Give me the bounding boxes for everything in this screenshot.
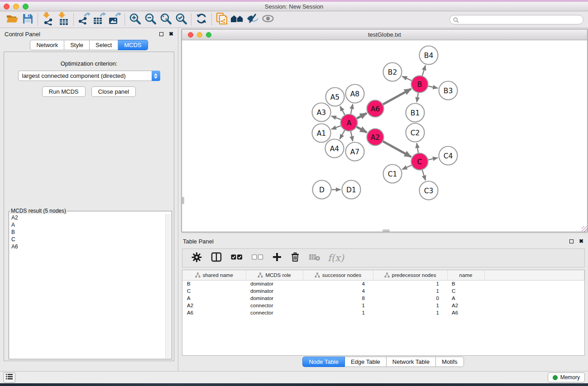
graph-node-A5[interactable]: A5 (326, 88, 344, 106)
table-row[interactable]: Bdominator41B (182, 280, 584, 287)
graph-node-A7[interactable]: A7 (346, 143, 364, 161)
tab-style[interactable]: Style (64, 40, 90, 50)
graph-edge-A-A5[interactable] (340, 106, 344, 115)
table-cell[interactable]: A2 (447, 302, 484, 309)
table-cell[interactable]: 1 (373, 302, 447, 309)
table-cell[interactable]: A (447, 295, 484, 302)
task-history-button[interactable] (3, 372, 15, 383)
table-cell[interactable]: B (447, 280, 484, 287)
criterion-dropdown[interactable]: largest connected component (directed) (18, 71, 160, 81)
show-all-button[interactable] (260, 13, 276, 26)
tab-select[interactable]: Select (90, 40, 118, 50)
table-cell[interactable]: dominator (246, 295, 303, 302)
graph-edge-B-B3[interactable] (428, 86, 438, 88)
network-zoom-button[interactable] (206, 32, 211, 38)
memory-button[interactable]: Memory (548, 372, 585, 382)
export-image-button[interactable] (107, 13, 122, 26)
graph-edge-A-A6[interactable] (357, 113, 367, 119)
table-cell[interactable]: dominator (246, 287, 303, 295)
table-cell[interactable]: 4 (303, 280, 373, 287)
network-canvas[interactable]: B4B2BB3B1A5A8A6A3AA1C2A4A7A2CC4C1C3DD1 (182, 40, 587, 232)
graph-node-B3[interactable]: B3 (439, 81, 458, 100)
save-session-button[interactable] (20, 13, 35, 26)
table-cell[interactable]: connector (246, 302, 303, 309)
zoom-selected-button[interactable] (173, 13, 189, 26)
graph-node-A4[interactable]: A4 (325, 139, 344, 158)
graph-edge-C-C4[interactable] (428, 158, 438, 160)
graph-node-A[interactable]: A (341, 114, 358, 131)
mcds-result-item[interactable]: A2 (10, 214, 165, 221)
mcds-result-item[interactable]: A (10, 221, 165, 229)
network-vertical-scrollbar[interactable] (182, 197, 184, 204)
deselect-all-columns-button[interactable] (252, 254, 263, 262)
graph-edge-B-B2[interactable] (402, 76, 411, 81)
graph-node-D[interactable]: D (313, 181, 331, 199)
tab-edge-table[interactable]: Edge Table (345, 357, 387, 367)
run-mcds-button[interactable]: Run MCDS (42, 86, 86, 97)
tab-network-table[interactable]: Network Table (387, 357, 436, 367)
graph-node-C2[interactable]: C2 (406, 124, 425, 142)
column-header-name[interactable]: name (447, 270, 484, 280)
table-cell[interactable]: 1 (303, 302, 373, 309)
table-row[interactable]: Adominator80A (182, 295, 584, 302)
graph-node-A8[interactable]: A8 (346, 85, 364, 103)
graph-edge-A6-B[interactable] (383, 89, 411, 104)
float-table-panel-icon[interactable] (569, 239, 574, 243)
graph-edge-C-C2[interactable] (417, 143, 418, 153)
mcds-result-item[interactable]: B (10, 229, 165, 236)
import-network-button[interactable] (40, 13, 56, 26)
network-minimize-button[interactable] (197, 32, 202, 38)
graph-edge-A-A3[interactable] (331, 116, 341, 119)
graph-node-A1[interactable]: A1 (312, 124, 331, 143)
column-header-mcds-role[interactable]: MCDS role (246, 270, 303, 280)
graph-edge-A-A2[interactable] (357, 127, 367, 132)
table-cell[interactable]: 0 (373, 295, 447, 302)
graph-node-C3[interactable]: C3 (420, 181, 438, 200)
graph-node-B4[interactable]: B4 (420, 46, 438, 65)
tab-node-table[interactable]: Node Table (302, 357, 345, 367)
table-cell[interactable]: connector (246, 309, 303, 316)
table-cell[interactable]: C (182, 287, 246, 295)
float-panel-icon[interactable] (159, 32, 163, 36)
export-network-button[interactable] (76, 13, 91, 26)
graph-node-A6[interactable]: A6 (367, 100, 384, 117)
graph-edge-B-B1[interactable] (417, 93, 418, 102)
zoom-in-button[interactable] (127, 13, 143, 26)
table-cell[interactable]: C (447, 287, 484, 295)
tab-mcds[interactable]: MCDS (118, 40, 148, 50)
graph-edge-C-C1[interactable] (402, 165, 411, 169)
table-row[interactable]: A2connector11A2 (182, 302, 584, 309)
table-row[interactable]: Cdominator41C (182, 287, 584, 295)
mcds-result-scrollbar[interactable] (165, 214, 171, 358)
table-cell[interactable]: 1 (373, 287, 447, 295)
hide-selected-button[interactable] (245, 13, 260, 26)
table-cell[interactable]: 4 (303, 287, 373, 295)
refresh-layout-button[interactable] (194, 13, 209, 26)
graph-edge-A-A7[interactable] (351, 131, 353, 141)
duplicate-network-button[interactable] (214, 13, 229, 26)
graph-edge-A-A4[interactable] (340, 130, 345, 139)
export-table-button[interactable] (91, 13, 107, 26)
graph-edge-C-C3[interactable] (422, 170, 425, 181)
function-builder-button[interactable]: f(x) (328, 253, 344, 263)
close-panel-button[interactable]: Close panel (91, 86, 136, 97)
table-cell[interactable]: B (182, 280, 246, 287)
graph-node-A3[interactable]: A3 (312, 103, 331, 122)
zoom-fit-button[interactable] (158, 13, 173, 26)
mcds-result-list[interactable]: A2ABCA6 (10, 214, 165, 358)
tab-motifs[interactable]: Motifs (436, 357, 464, 367)
network-graph[interactable]: B4B2BB3B1A5A8A6A3AA1C2A4A7A2CC4C1C3DD1 (182, 40, 584, 232)
graph-node-B1[interactable]: B1 (406, 104, 425, 122)
search-input[interactable] (449, 15, 583, 24)
mcds-result-item[interactable]: C (10, 236, 165, 243)
table-cell[interactable]: A6 (447, 309, 484, 316)
select-all-columns-button[interactable] (231, 254, 243, 262)
delete-table-button[interactable] (309, 253, 320, 263)
graph-edge-A-A1[interactable] (331, 126, 341, 129)
delete-column-button[interactable] (291, 252, 300, 264)
graph-node-C[interactable]: C (411, 153, 428, 170)
table-cell[interactable]: A2 (182, 302, 246, 309)
mcds-result-item[interactable]: A6 (10, 243, 165, 250)
import-table-button[interactable] (56, 13, 71, 26)
graph-node-D1[interactable]: D1 (342, 181, 361, 199)
